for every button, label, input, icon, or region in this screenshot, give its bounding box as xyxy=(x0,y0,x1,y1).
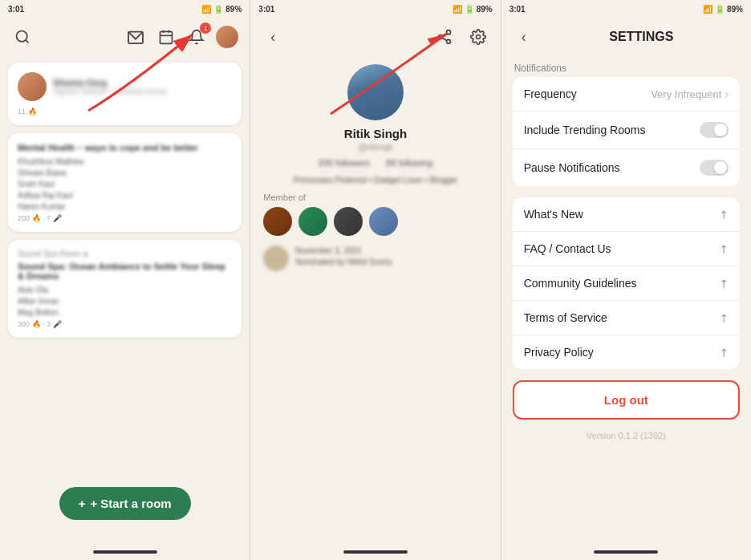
svg-point-0 xyxy=(17,31,27,42)
feed-list: Shweta Garg Vignesh Srinivas • Santhosh … xyxy=(0,56,250,560)
share-icon[interactable] xyxy=(433,26,456,48)
plus-icon: + xyxy=(79,497,86,510)
activity-avatar xyxy=(263,246,289,271)
logout-button[interactable]: Log out xyxy=(513,380,740,420)
notifications-group: Frequency Very Infrequent › Include Tren… xyxy=(513,77,740,186)
feed-user-name: Shweta Garg xyxy=(53,78,167,87)
frequency-value: Very Infrequent xyxy=(651,88,721,100)
svg-point-10 xyxy=(438,35,442,39)
settings-content: Notifications Frequency Very Infrequent … xyxy=(501,56,751,560)
privacy-policy-label: Privacy Policy xyxy=(524,346,719,359)
svg-line-12 xyxy=(442,38,447,40)
profile-avatar xyxy=(347,64,404,120)
profile-name: Ritik Singh xyxy=(344,127,407,140)
frequency-label: Frequency xyxy=(524,87,651,100)
community-guidelines-label: Community Guidelines xyxy=(524,277,719,290)
feed-user-avatar xyxy=(18,72,47,101)
whats-new-label: What's New xyxy=(524,208,719,221)
following-stat: 88 following xyxy=(386,158,432,168)
club-avatar[interactable] xyxy=(298,207,327,236)
activity-item: November 3, 2021 Nominated by Nikhil Sun… xyxy=(263,246,487,271)
faq-contact-row[interactable]: FAQ / Contact Us ↗ xyxy=(513,232,740,266)
whats-new-row[interactable]: What's New ↗ xyxy=(513,197,740,232)
include-trending-toggle[interactable] xyxy=(700,122,729,138)
feed-header: 1 xyxy=(0,18,250,56)
profile-action-icons xyxy=(433,26,489,48)
terms-of-service-row[interactable]: Terms of Service ↗ xyxy=(513,301,740,335)
profile-header: ‹ xyxy=(250,18,500,56)
settings-title: SETTINGS xyxy=(609,30,673,44)
faq-contact-label: FAQ / Contact Us xyxy=(524,242,719,255)
feed-card-title: Sound Spa: Ocean Ambiance to Settle Your… xyxy=(18,262,232,281)
feed-card[interactable]: Shweta Garg Vignesh Srinivas • Santhosh … xyxy=(8,63,242,125)
clubs-row xyxy=(263,207,487,236)
home-indicator-2 xyxy=(343,550,408,554)
include-trending-row[interactable]: Include Trending Rooms xyxy=(513,112,740,149)
start-room-label: + Start a room xyxy=(90,497,171,510)
pause-notifications-label: Pause Notifications xyxy=(524,161,700,174)
profile-bio: Princesses Pinterest • Gadget Lover • Bl… xyxy=(263,176,487,185)
profile-panel: 3:01 📶 🔋 89% ‹ xyxy=(250,0,500,560)
feed-user-row: Shweta Garg Vignesh Srinivas • Santhosh … xyxy=(18,72,232,101)
status-icons: 📶 🔋 89% xyxy=(201,5,242,14)
status-time-2: 3:01 xyxy=(258,5,274,14)
settings-header: ‹ SETTINGS xyxy=(501,18,751,56)
frequency-row[interactable]: Frequency Very Infrequent › xyxy=(513,77,740,112)
club-avatar[interactable] xyxy=(263,207,292,236)
start-room-button[interactable]: + + Start a room xyxy=(59,487,191,520)
feed-user-info: Shweta Garg Vignesh Srinivas • Santhosh … xyxy=(53,78,167,95)
battery-level: 89% xyxy=(225,5,242,14)
clubs-label: Member of xyxy=(263,193,487,202)
chevron-right-icon: › xyxy=(725,87,729,100)
status-time-3: 3:01 xyxy=(509,5,526,14)
envelope-icon[interactable] xyxy=(124,26,147,48)
home-indicator-3 xyxy=(594,550,658,554)
notification-badge: 1 xyxy=(200,22,211,34)
svg-point-14 xyxy=(476,35,480,39)
pause-notifications-row[interactable]: Pause Notifications xyxy=(513,149,740,186)
terms-of-service-label: Terms of Service xyxy=(524,311,719,324)
profile-handle: @rikingk xyxy=(359,142,393,152)
pause-notifications-toggle[interactable] xyxy=(700,160,729,176)
links-group: What's New ↗ FAQ / Contact Us ↗ Communit… xyxy=(513,197,740,369)
version-label: Version 0.1.2 (1392) xyxy=(513,431,740,440)
settings-panel: 3:01 📶 🔋 89% ‹ SETTINGS Notifications Fr… xyxy=(501,0,751,560)
svg-rect-3 xyxy=(160,31,173,43)
user-avatar[interactable] xyxy=(216,26,238,48)
community-guidelines-row[interactable]: Community Guidelines ↗ xyxy=(513,266,740,301)
settings-back-button[interactable]: ‹ xyxy=(513,26,535,48)
svg-point-11 xyxy=(446,39,450,43)
svg-point-9 xyxy=(446,30,450,34)
privacy-policy-row[interactable]: Privacy Policy ↗ xyxy=(513,335,740,369)
calendar-icon[interactable] xyxy=(155,26,177,48)
feed-card-title: Mental Health – ways to cope and be bett… xyxy=(18,143,232,152)
feed-card[interactable]: Mental Health – ways to cope and be bett… xyxy=(8,133,242,232)
profile-avatar-section: Ritik Singh @rikingk 200 followers 88 fo… xyxy=(263,64,487,168)
search-button[interactable] xyxy=(11,26,34,48)
feed-card[interactable]: Sound Spa Room ● Sound Spa: Ocean Ambian… xyxy=(8,240,242,338)
club-avatar[interactable] xyxy=(369,207,398,236)
feed-user-sub: Vignesh Srinivas • Santhosh Kumar xyxy=(53,87,167,95)
activity-text: November 3, 2021 Nominated by Nikhil Sun… xyxy=(295,246,392,271)
feed-panel: 3:01 📶 🔋 89% xyxy=(0,0,250,560)
feed-meta: 200 🔥 · 7 🎤 xyxy=(18,214,232,222)
svg-line-1 xyxy=(26,40,29,43)
include-trending-label: Include Trending Rooms xyxy=(524,124,700,136)
feed-members-list: Alok Ola Affan Imran Meg Bolton xyxy=(18,286,232,317)
followers-stat: 200 followers xyxy=(319,158,371,168)
svg-line-13 xyxy=(442,33,447,35)
feed-meta: 300 🔥 · 3 🎤 xyxy=(18,320,232,328)
profile-content: Ritik Singh @rikingk 200 followers 88 fo… xyxy=(250,56,500,560)
status-time: 3:01 xyxy=(8,5,24,14)
back-button[interactable]: ‹ xyxy=(262,26,284,48)
notifications-section-label: Notifications xyxy=(514,63,740,74)
home-indicator xyxy=(93,550,157,554)
profile-activity: November 3, 2021 Nominated by Nikhil Sun… xyxy=(263,246,487,271)
settings-gear-icon[interactable] xyxy=(467,26,489,48)
feed-meta: 11 🔥 xyxy=(18,108,232,116)
feed-members-list: Khushboo Mathew Shivani Bawa Sneh Kaul A… xyxy=(18,157,232,211)
profile-clubs-section: Member of xyxy=(263,193,487,236)
notification-bell[interactable]: 1 xyxy=(185,26,208,48)
club-avatar[interactable] xyxy=(334,207,363,236)
profile-stats: 200 followers 88 following xyxy=(319,158,433,168)
